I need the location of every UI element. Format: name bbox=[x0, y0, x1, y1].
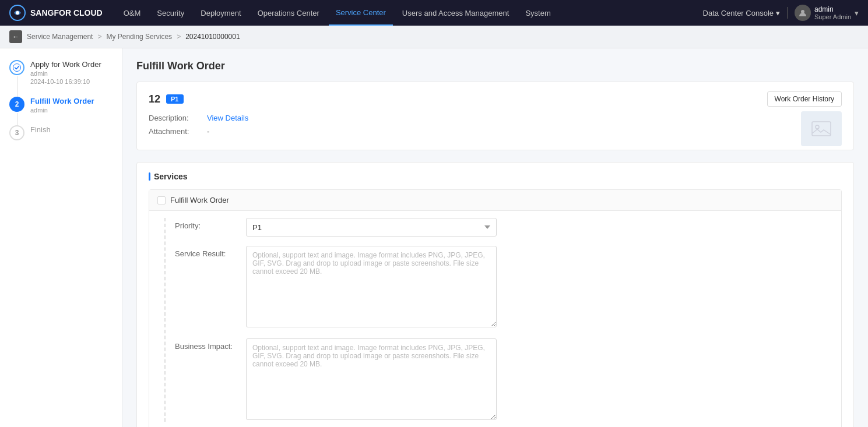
nav-item-security[interactable]: Security bbox=[150, 0, 191, 26]
fulfill-form-wrapper: Priority: P1 P2 P3 P4 bbox=[149, 211, 841, 427]
datacenter-selector[interactable]: Data Center Console ▾ bbox=[703, 9, 780, 17]
attachment-label: Attachment: bbox=[149, 127, 207, 136]
nav-item-service-center[interactable]: Service Center bbox=[329, 0, 393, 26]
step-3-title: Finish bbox=[30, 125, 113, 134]
view-details-link[interactable]: View Details bbox=[207, 114, 248, 122]
step-3: 3 Finish bbox=[9, 125, 113, 140]
work-order-history-button[interactable]: Work Order History bbox=[767, 91, 842, 107]
breadcrumb-current: 20241010000001 bbox=[185, 33, 240, 41]
step-1-user: admin bbox=[30, 70, 113, 77]
fulfill-checkbox[interactable] bbox=[157, 196, 166, 204]
nav-menu: O&M Security Deployment Operations Cente… bbox=[117, 0, 703, 26]
svg-point-5 bbox=[816, 125, 819, 129]
business-impact-label: Business Impact: bbox=[175, 338, 239, 351]
description-field: Description: View Details bbox=[149, 114, 842, 122]
page-title: Fulfill Work Order bbox=[136, 60, 854, 72]
back-button[interactable]: ← bbox=[9, 30, 22, 43]
service-result-control bbox=[246, 246, 830, 329]
chevron-down-icon: ▾ bbox=[776, 9, 780, 17]
wo-number-row: 12 P1 bbox=[149, 93, 184, 105]
user-menu[interactable]: admin Super Admin ▾ bbox=[795, 5, 859, 21]
step-3-content: Finish bbox=[30, 125, 113, 134]
nav-divider bbox=[787, 7, 788, 19]
priority-select[interactable]: P1 P2 P3 P4 bbox=[246, 218, 497, 237]
services-section: Services Fulfill Work Order Priority: bbox=[136, 162, 854, 427]
chevron-down-icon: ▾ bbox=[855, 9, 859, 17]
step-1-content: Apply for Work Order admin 2024-10-10 16… bbox=[30, 60, 113, 85]
section-title-bar bbox=[149, 172, 150, 181]
wo-number: 12 bbox=[149, 93, 160, 105]
fulfill-form: Priority: P1 P2 P3 P4 bbox=[164, 218, 830, 422]
user-info: admin Super Admin bbox=[814, 5, 851, 20]
nav-item-operations-center[interactable]: Operations Center bbox=[251, 0, 326, 26]
step-1-time: 2024-10-10 16:39:10 bbox=[30, 78, 113, 85]
step-1-title: Apply for Work Order bbox=[30, 60, 113, 69]
step-3-circle: 3 bbox=[9, 125, 24, 140]
description-label: Description: bbox=[149, 114, 207, 122]
business-impact-row: Business Impact: bbox=[175, 338, 830, 422]
steps-sidebar: Apply for Work Order admin 2024-10-10 16… bbox=[0, 48, 122, 427]
step-1: Apply for Work Order admin 2024-10-10 16… bbox=[9, 60, 113, 85]
wo-header: 12 P1 Work Order History bbox=[149, 91, 842, 107]
svg-point-3 bbox=[13, 64, 21, 72]
step-2-user: admin bbox=[30, 107, 113, 114]
logo-text: SANGFOR CLOUD bbox=[30, 8, 103, 17]
wo-image-placeholder bbox=[801, 111, 842, 146]
avatar bbox=[795, 5, 811, 21]
fulfill-section: Fulfill Work Order Priority: P1 P2 P3 bbox=[149, 189, 842, 427]
step-2: 2 Fulfill Work Order admin bbox=[9, 97, 113, 114]
main-layout: Apply for Work Order admin 2024-10-10 16… bbox=[0, 48, 868, 427]
service-result-textarea[interactable] bbox=[246, 246, 497, 327]
content-area: Fulfill Work Order 12 P1 Work Order Hist… bbox=[122, 48, 868, 427]
priority-label: Priority: bbox=[175, 218, 239, 230]
service-result-row: Service Result: bbox=[175, 246, 830, 329]
priority-badge: P1 bbox=[166, 94, 183, 104]
priority-row: Priority: P1 P2 P3 P4 bbox=[175, 218, 830, 237]
business-impact-textarea[interactable] bbox=[246, 338, 497, 420]
step-2-content: Fulfill Work Order admin bbox=[30, 97, 113, 114]
breadcrumb: ← Service Management > My Pending Servic… bbox=[0, 26, 868, 48]
attachment-field: Attachment: - bbox=[149, 127, 842, 136]
nav-right-area: Data Center Console ▾ admin Super Admin … bbox=[703, 5, 859, 21]
svg-point-1 bbox=[16, 11, 19, 15]
business-impact-control bbox=[246, 338, 830, 422]
fulfill-header[interactable]: Fulfill Work Order bbox=[149, 190, 841, 211]
fulfill-section-title: Fulfill Work Order bbox=[170, 196, 229, 204]
step-2-title: Fulfill Work Order bbox=[30, 97, 113, 105]
work-order-card: 12 P1 Work Order History Description: Vi… bbox=[136, 82, 854, 150]
breadcrumb-separator-2: > bbox=[177, 33, 181, 41]
breadcrumb-pending-services[interactable]: My Pending Services bbox=[106, 33, 172, 41]
attachment-value: - bbox=[207, 127, 209, 136]
nav-item-deployment[interactable]: Deployment bbox=[194, 0, 248, 26]
app-logo[interactable]: SANGFOR CLOUD bbox=[9, 5, 103, 21]
breadcrumb-service-management[interactable]: Service Management bbox=[27, 33, 93, 41]
nav-item-system[interactable]: System bbox=[518, 0, 557, 26]
nav-item-om[interactable]: O&M bbox=[117, 0, 148, 26]
priority-control: P1 P2 P3 P4 bbox=[246, 218, 830, 237]
top-navigation: SANGFOR CLOUD O&M Security Deployment Op… bbox=[0, 0, 868, 26]
nav-item-users[interactable]: Users and Access Management bbox=[395, 0, 516, 26]
service-result-label: Service Result: bbox=[175, 246, 239, 258]
services-section-title: Services bbox=[149, 172, 842, 181]
step-1-circle bbox=[9, 60, 24, 75]
breadcrumb-separator-1: > bbox=[97, 33, 101, 41]
svg-rect-4 bbox=[812, 122, 831, 136]
step-2-circle: 2 bbox=[9, 97, 24, 112]
